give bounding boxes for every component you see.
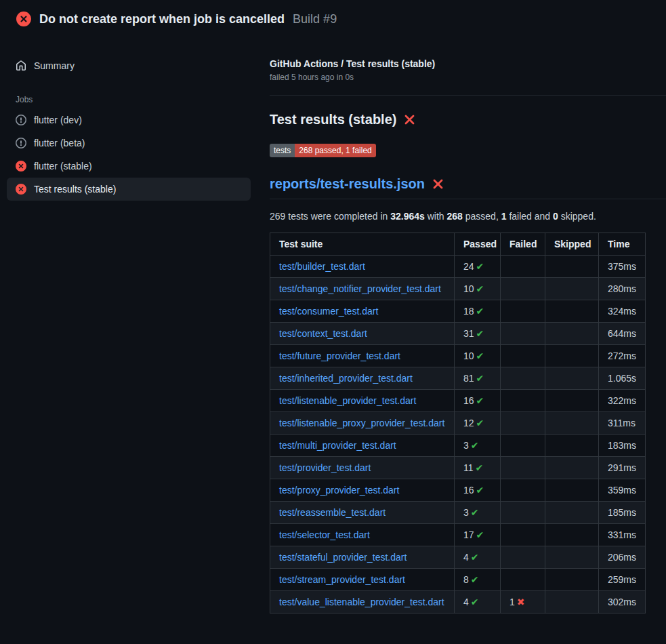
skipped-cell [545,524,599,546]
report-title[interactable]: reports/test-results.json [270,176,666,199]
test-suite-link[interactable]: test/multi_provider_test.dart [279,440,396,451]
summary-number: 0 [553,211,558,222]
check-icon: ✔ [471,552,479,563]
table-row: test/future_provider_test.dart10✔272ms [270,345,646,367]
table-row: test/listenable_provider_test.dart16✔322… [270,390,646,412]
check-icon: ✔ [476,328,484,339]
passed-count: 3 [463,507,469,518]
skipped-cell [545,345,599,367]
passed-count: 31 [463,328,474,339]
failed-cell [501,435,545,457]
test-suite-link[interactable]: test/listenable_proxy_provider_test.dart [279,418,444,428]
summary-number: 1 [501,211,507,222]
passed-cell: 4✔ [455,591,501,613]
failed-cell [501,502,545,524]
passed-count: 17 [463,529,474,540]
table-row: test/value_listenable_provider_test.dart… [270,591,646,613]
failed-cell [501,345,545,367]
table-header-row: Test suitePassedFailedSkippedTime [270,233,646,256]
time-cell: 311ms [599,412,646,435]
time-cell: 183ms [599,435,646,457]
passed-count: 16 [463,395,474,406]
test-suite-link[interactable]: test/listenable_provider_test.dart [279,395,416,406]
passed-count: 8 [463,574,469,585]
check-icon: ✔ [476,485,484,496]
failed-x-icon [404,114,415,125]
report-title-link[interactable]: reports/test-results.json [270,176,425,192]
skipped-cell [545,278,599,300]
time-cell: 322ms [599,390,646,412]
table-row: test/stateful_provider_test.dart4✔206ms [270,546,646,569]
passed-count: 4 [463,597,469,607]
time-cell: 272ms [599,345,646,367]
suite-cell: test/selector_test.dart [270,524,455,546]
failed-cell [501,412,545,435]
tests-badge: tests 268 passed, 1 failed [270,144,376,157]
table-row: test/provider_test.dart11✔291ms [270,457,646,479]
passed-count: 12 [463,418,474,428]
test-suite-link[interactable]: test/stream_provider_test.dart [279,574,405,585]
passed-cell: 4✔ [455,546,501,569]
passed-cell: 24✔ [455,256,501,278]
skipped-cell [545,300,599,323]
job-label: flutter (dev) [34,115,82,125]
test-suite-link[interactable]: test/change_notifier_provider_test.dart [279,283,441,294]
passed-cell: 31✔ [455,323,501,345]
sidebar-job-item[interactable]: flutter (stable) [7,155,251,178]
skipped-cell [545,569,599,591]
test-suite-link[interactable]: test/future_provider_test.dart [279,350,400,361]
time-cell: 259ms [599,569,646,591]
test-suite-link[interactable]: test/selector_test.dart [279,529,370,540]
test-suite-link[interactable]: test/stateful_provider_test.dart [279,552,407,563]
failed-cell [501,256,545,278]
badge-value: 268 passed, 1 failed [295,144,375,157]
skipped-cell [545,546,599,569]
passed-cell: 10✔ [455,278,501,300]
sidebar-job-item[interactable]: flutter (beta) [7,132,251,155]
suite-cell: test/future_provider_test.dart [270,345,455,367]
passed-cell: 3✔ [455,502,501,524]
suite-cell: test/builder_test.dart [270,256,455,278]
passed-count: 24 [463,261,474,272]
failed-cell [501,546,545,569]
check-icon: ✔ [476,395,484,406]
main-panel: GitHub Actions / Test results (stable) f… [257,37,666,613]
test-suite-link[interactable]: test/value_listenable_provider_test.dart [279,597,444,607]
test-suite-link[interactable]: test/inherited_provider_test.dart [279,373,413,384]
summary-number: 268 [447,211,463,222]
time-cell: 359ms [599,479,646,502]
time-cell: 185ms [599,502,646,524]
sidebar-job-item[interactable]: flutter (dev) [7,108,251,132]
test-suite-link[interactable]: test/proxy_provider_test.dart [279,485,399,496]
jobs-list: flutter (dev)flutter (beta)flutter (stab… [0,108,257,201]
column-header: Test suite [270,233,455,256]
x-circle-icon [16,12,31,26]
failed-cell [501,479,545,502]
time-cell: 375ms [599,256,646,278]
skipped-cell [545,479,599,502]
check-icon: ✔ [476,283,484,294]
test-suite-link[interactable]: test/consumer_test.dart [279,306,378,317]
job-label: flutter (beta) [34,138,85,148]
test-suite-link[interactable]: test/builder_test.dart [279,261,365,272]
check-icon: ✔ [471,440,479,451]
sidebar-item-summary[interactable]: Summary [7,54,251,77]
suite-cell: test/listenable_provider_test.dart [270,390,455,412]
passed-cell: 16✔ [455,390,501,412]
table-row: test/reassemble_test.dart3✔185ms [270,502,646,524]
summary-number: 32.964s [390,211,425,222]
sidebar-job-item[interactable]: Test results (stable) [7,178,251,201]
test-suite-link[interactable]: test/reassemble_test.dart [279,507,386,518]
check-icon: ✔ [476,373,484,384]
test-suite-link[interactable]: test/provider_test.dart [279,462,371,473]
time-cell: 280ms [599,278,646,300]
test-suite-link[interactable]: test/context_test.dart [279,328,367,339]
table-row: test/builder_test.dart24✔375ms [270,256,646,278]
summary-text: with [425,211,447,222]
time-cell: 291ms [599,457,646,479]
suite-cell: test/stream_provider_test.dart [270,569,455,591]
skipped-cell [545,502,599,524]
run-build-number: Build #9 [293,12,337,26]
failed-cell [501,569,545,591]
skipped-cell [545,256,599,278]
